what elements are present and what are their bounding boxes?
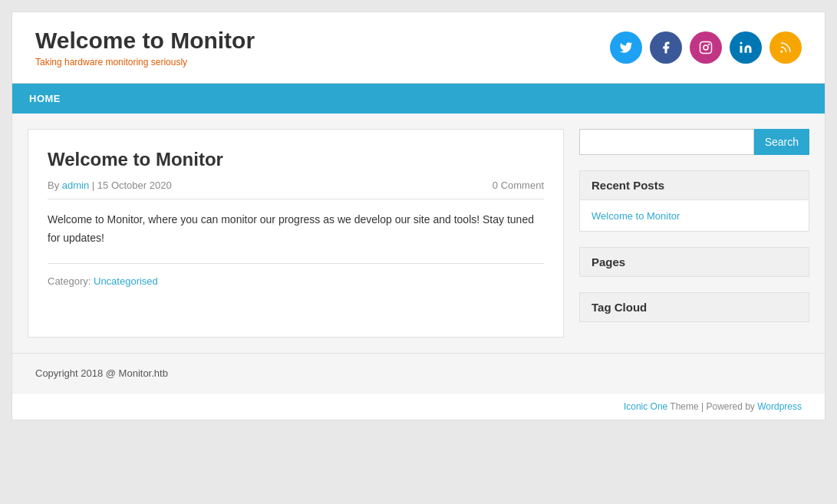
social-icons (610, 31, 802, 64)
main-content: Welcome to Monitor By admin | 15 October… (28, 129, 564, 338)
separator: | (89, 180, 97, 191)
recent-posts-title: Recent Posts (579, 170, 809, 200)
post-content: Welcome to Monitor, where you can monito… (48, 211, 544, 248)
twitter-icon[interactable] (610, 31, 642, 64)
footer-bottom: Iconic One Theme | Powered by Wordpress (12, 393, 825, 420)
nav-link-home[interactable]: HOME (12, 84, 77, 114)
site-branding: Welcome to Monitor Taking hardware monit… (35, 28, 255, 68)
footer-mid-text: Theme | Powered by (667, 401, 757, 412)
post-title: Welcome to Monitor (48, 149, 544, 170)
nav-item-home[interactable]: HOME (12, 84, 77, 114)
search-input[interactable] (579, 129, 754, 155)
footer-wordpress-link[interactable]: Wordpress (757, 401, 802, 412)
svg-point-4 (781, 51, 783, 53)
category-link[interactable]: Uncategorised (94, 275, 158, 287)
linkedin-icon[interactable] (730, 31, 762, 64)
rss-icon[interactable] (769, 31, 802, 64)
facebook-icon[interactable] (650, 31, 682, 64)
site-tagline: Taking hardware monitoring seriously (35, 57, 255, 68)
tag-cloud-title: Tag Cloud (579, 292, 809, 322)
post-date: 15 October 2020 (97, 180, 172, 191)
recent-posts-widget: Recent Posts Welcome to Monitor (579, 170, 809, 232)
recent-posts-content: Welcome to Monitor (579, 200, 809, 232)
by-label: By (48, 180, 62, 191)
post-author[interactable]: admin (62, 180, 89, 191)
tag-cloud-widget: Tag Cloud (579, 292, 809, 322)
instagram-icon[interactable] (690, 31, 722, 64)
svg-point-2 (708, 44, 710, 45)
footer-copyright: Copyright 2018 @ Monitor.htb (35, 367, 168, 379)
footer: Copyright 2018 @ Monitor.htb (12, 353, 825, 393)
search-button[interactable]: Search (754, 129, 809, 155)
svg-point-3 (740, 42, 743, 44)
pages-widget: Pages (579, 247, 809, 277)
post-meta: By admin | 15 October 2020 0 Comment (48, 180, 544, 199)
svg-point-1 (704, 45, 708, 50)
site-title[interactable]: Welcome to Monitor (35, 28, 255, 54)
search-widget: Search (579, 129, 809, 155)
footer-theme-name: Iconic One (624, 401, 667, 412)
main-nav: HOME (12, 83, 825, 114)
svg-rect-0 (700, 42, 712, 54)
category-label: Category: (48, 275, 91, 287)
post-comment-count: 0 Comment (493, 180, 544, 191)
post-category: Category: Uncategorised (48, 275, 544, 287)
sidebar: Search Recent Posts Welcome to Monitor P… (579, 129, 809, 338)
post-separator (48, 263, 544, 264)
post-meta-left: By admin | 15 October 2020 (48, 180, 172, 191)
recent-post-link[interactable]: Welcome to Monitor (592, 210, 680, 222)
pages-title: Pages (579, 247, 809, 277)
